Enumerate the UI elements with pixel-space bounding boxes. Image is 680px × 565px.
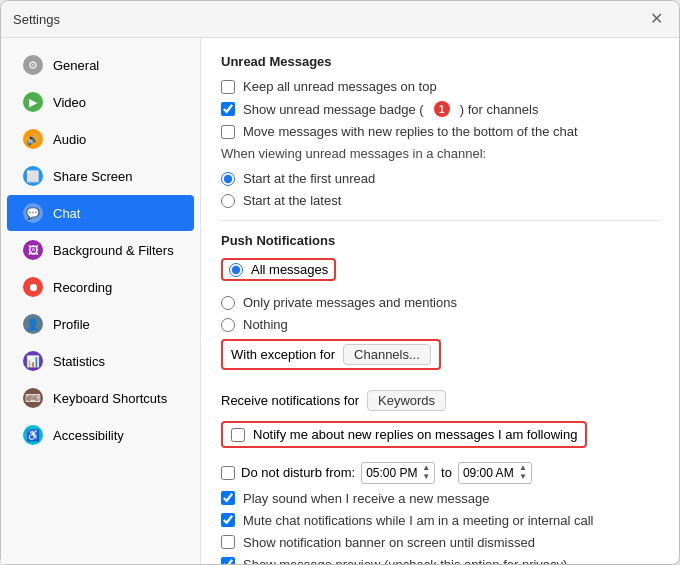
sidebar-icon-keyboard: ⌨ — [23, 388, 43, 408]
badge-count: 1 — [434, 101, 450, 117]
receive-label: Receive notifications for — [221, 393, 359, 408]
sidebar-item-background[interactable]: 🖼Background & Filters — [7, 232, 194, 268]
all-messages-highlight: All messages — [221, 258, 336, 281]
sidebar-item-statistics[interactable]: 📊Statistics — [7, 343, 194, 379]
title-bar: Settings ✕ — [1, 1, 679, 38]
from-time-arrows: ▲ ▼ — [422, 464, 430, 482]
show-badge-label[interactable]: Show unread message badge (1) for channe… — [243, 101, 538, 117]
private-mentions-label[interactable]: Only private messages and mentions — [243, 295, 457, 310]
divider-1 — [221, 220, 659, 221]
latest-radio[interactable] — [221, 194, 235, 208]
show-badge-checkbox[interactable] — [221, 102, 235, 116]
close-button[interactable]: ✕ — [646, 9, 667, 29]
sidebar-label-accessibility: Accessibility — [53, 428, 124, 443]
from-time-field[interactable] — [366, 466, 422, 480]
move-bottom-label[interactable]: Move messages with new replies to the bo… — [243, 124, 578, 139]
sidebar-label-share-screen: Share Screen — [53, 169, 133, 184]
sidebar-label-keyboard: Keyboard Shortcuts — [53, 391, 167, 406]
sidebar-icon-general: ⚙ — [23, 55, 43, 75]
keep-top-label[interactable]: Keep all unread messages on top — [243, 79, 437, 94]
nothing-label[interactable]: Nothing — [243, 317, 288, 332]
sidebar-icon-profile: 👤 — [23, 314, 43, 334]
content-area: ⚙General▶Video🔊Audio⬜Share Screen💬Chat🖼B… — [1, 38, 679, 564]
push-notifications-title: Push Notifications — [221, 233, 659, 248]
mute-meeting-checkbox[interactable] — [221, 513, 235, 527]
option-mute-meeting: Mute chat notifications while I am in a … — [221, 513, 659, 528]
option-show-banner: Show notification banner on screen until… — [221, 535, 659, 550]
show-banner-label[interactable]: Show notification banner on screen until… — [243, 535, 535, 550]
sidebar-item-keyboard[interactable]: ⌨Keyboard Shortcuts — [7, 380, 194, 416]
option-keep-top: Keep all unread messages on top — [221, 79, 659, 94]
dnd-label[interactable]: Do not disturb from: — [241, 465, 355, 480]
from-time-down[interactable]: ▼ — [422, 473, 430, 482]
push-notifications-section: Push Notifications All messages Only pri… — [221, 233, 659, 564]
sidebar-label-general: General — [53, 58, 99, 73]
latest-label[interactable]: Start at the latest — [243, 193, 341, 208]
nothing-radio[interactable] — [221, 318, 235, 332]
option-latest: Start at the latest — [221, 193, 659, 208]
sidebar-item-general[interactable]: ⚙General — [7, 47, 194, 83]
channels-button[interactable]: Channels... — [343, 344, 431, 365]
notify-follow-highlight: Notify me about new replies on messages … — [221, 421, 587, 448]
sidebar-item-share-screen[interactable]: ⬜Share Screen — [7, 158, 194, 194]
settings-window: Settings ✕ ⚙General▶Video🔊Audio⬜Share Sc… — [0, 0, 680, 565]
sidebar-icon-chat: 💬 — [23, 203, 43, 223]
option-all-messages-row: All messages — [221, 258, 659, 288]
to-time-arrows: ▲ ▼ — [519, 464, 527, 482]
sidebar-label-statistics: Statistics — [53, 354, 105, 369]
sidebar-icon-share-screen: ⬜ — [23, 166, 43, 186]
to-time-field[interactable] — [463, 466, 519, 480]
all-messages-radio[interactable] — [229, 263, 243, 277]
notify-follow-row: Notify me about new replies on messages … — [221, 421, 659, 455]
mute-meeting-label[interactable]: Mute chat notifications while I am in a … — [243, 513, 593, 528]
sidebar-icon-video: ▶ — [23, 92, 43, 112]
sidebar-item-audio[interactable]: 🔊Audio — [7, 121, 194, 157]
option-move-bottom: Move messages with new replies to the bo… — [221, 124, 659, 139]
sidebar-label-video: Video — [53, 95, 86, 110]
sidebar-item-video[interactable]: ▶Video — [7, 84, 194, 120]
receive-row: Receive notifications for Keywords — [221, 390, 659, 411]
from-time-input[interactable]: ▲ ▼ — [361, 462, 435, 484]
unread-messages-title: Unread Messages — [221, 54, 659, 69]
to-label: to — [441, 465, 452, 480]
sidebar-icon-statistics: 📊 — [23, 351, 43, 371]
show-preview-label[interactable]: Show message preview (uncheck this optio… — [243, 557, 567, 564]
channel-view-label: When viewing unread messages in a channe… — [221, 146, 659, 161]
sidebar-label-profile: Profile — [53, 317, 90, 332]
first-unread-label[interactable]: Start at the first unread — [243, 171, 375, 186]
sidebar-item-chat[interactable]: 💬Chat — [7, 195, 194, 231]
sidebar-item-accessibility[interactable]: ♿Accessibility — [7, 417, 194, 453]
keywords-button[interactable]: Keywords — [367, 390, 446, 411]
option-nothing: Nothing — [221, 317, 659, 332]
unread-messages-section: Unread Messages Keep all unread messages… — [221, 54, 659, 208]
sidebar-item-profile[interactable]: 👤Profile — [7, 306, 194, 342]
exception-highlight: With exception for Channels... — [221, 339, 441, 370]
sidebar-icon-audio: 🔊 — [23, 129, 43, 149]
private-mentions-radio[interactable] — [221, 296, 235, 310]
dnd-checkbox[interactable] — [221, 466, 235, 480]
keep-top-checkbox[interactable] — [221, 80, 235, 94]
option-private-mentions: Only private messages and mentions — [221, 295, 659, 310]
sidebar-label-chat: Chat — [53, 206, 80, 221]
notify-follow-label[interactable]: Notify me about new replies on messages … — [253, 427, 577, 442]
exception-row: With exception for Channels... — [221, 339, 659, 380]
first-unread-radio[interactable] — [221, 172, 235, 186]
option-show-preview: Show message preview (uncheck this optio… — [221, 557, 659, 564]
play-sound-label[interactable]: Play sound when I receive a new message — [243, 491, 489, 506]
option-play-sound: Play sound when I receive a new message — [221, 491, 659, 506]
show-banner-checkbox[interactable] — [221, 535, 235, 549]
all-messages-label[interactable]: All messages — [251, 262, 328, 277]
exception-label: With exception for — [231, 347, 335, 362]
to-time-input[interactable]: ▲ ▼ — [458, 462, 532, 484]
notify-follow-checkbox[interactable] — [231, 428, 245, 442]
play-sound-checkbox[interactable] — [221, 491, 235, 505]
to-time-down[interactable]: ▼ — [519, 473, 527, 482]
sidebar-label-background: Background & Filters — [53, 243, 174, 258]
main-panel: Unread Messages Keep all unread messages… — [201, 38, 679, 564]
move-bottom-checkbox[interactable] — [221, 125, 235, 139]
show-preview-checkbox[interactable] — [221, 557, 235, 564]
sidebar-label-audio: Audio — [53, 132, 86, 147]
sidebar: ⚙General▶Video🔊Audio⬜Share Screen💬Chat🖼B… — [1, 38, 201, 564]
window-title: Settings — [13, 12, 60, 27]
sidebar-item-recording[interactable]: ⏺Recording — [7, 269, 194, 305]
